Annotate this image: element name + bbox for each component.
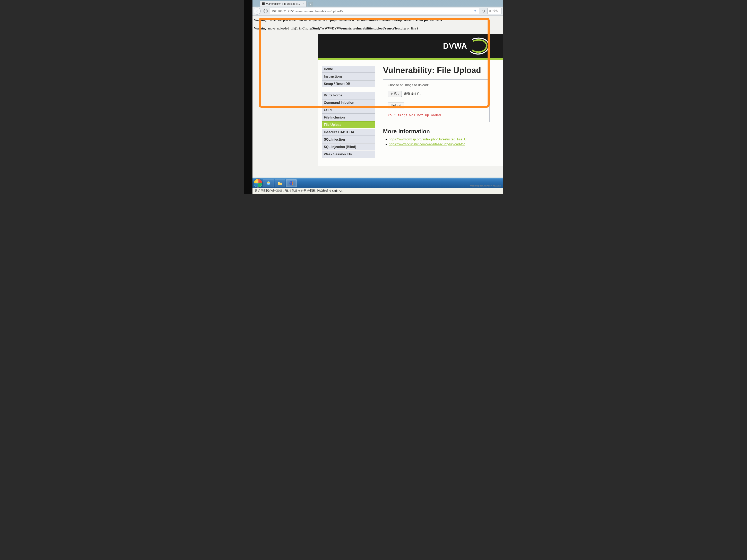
tab-strip: Vulnerability: File Upload :: ... × + [260,0,313,6]
more-info-heading: More Information [383,128,499,135]
sidebar: Home Instructions Setup / Reset DB Brute… [322,66,375,158]
url-text: 192.168.31.215/dvwa-master/vulnerabiliti… [272,9,343,13]
warning-label: Warning [254,27,266,30]
plus-icon: + [310,3,311,6]
globe-icon [263,9,268,13]
sidebar-item-command-injection[interactable]: Command Injection [322,99,375,106]
dvwa-logo-text: DVWA [443,42,467,51]
taskbar-item-firefox[interactable] [286,179,297,187]
sidebar-item-csrf[interactable]: CSRF [322,107,375,114]
taskbar [253,178,503,188]
start-button[interactable] [254,179,262,187]
sidebar-item-sql-injection[interactable]: SQL Injection [322,136,375,143]
svg-rect-3 [278,182,280,183]
close-icon[interactable]: × [302,2,305,5]
svg-point-2 [267,181,270,183]
search-placeholder: 搜索 [492,9,498,13]
more-info-list: https://www.owasp.org/index.php/Unrestri… [383,137,499,146]
upload-prompt: Choose an image to upload: [388,83,485,87]
warning-label: Warning [254,19,266,22]
folder-icon [277,181,283,186]
vm-hint-bar: 要返回到您的计算机，请将鼠标指针从虚拟机中移出或按 Ctrl+Alt。 [253,188,503,194]
main-content: Vulnerability: File Upload Choose an ima… [383,66,503,158]
sidebar-item-file-inclusion[interactable]: File Inclusion [322,114,375,121]
page-title: Vulnerability: File Upload [383,66,499,75]
svg-point-0 [489,10,491,11]
sidebar-item-home[interactable]: Home [322,66,375,73]
sidebar-item-weak-session-ids[interactable]: Weak Session IDs [322,151,375,158]
sidebar-item-insecure-captcha[interactable]: Insecure CAPTCHA [322,129,375,136]
info-link[interactable]: https://www.owasp.org/index.php/Unrestri… [389,137,467,141]
tab-favicon [262,2,264,5]
browser-tab-active[interactable]: Vulnerability: File Upload :: ... × [260,1,307,6]
search-icon [489,9,492,12]
sidebar-item-setup[interactable]: Setup / Reset DB [322,80,375,87]
url-bar[interactable]: 192.168.31.215/dvwa-master/vulnerabiliti… [270,8,479,14]
taskbar-item-explorer[interactable] [275,179,285,187]
info-link[interactable]: https://www.acunetix.com/websitesecurity… [389,142,465,146]
file-status-text: 未选择文件。 [404,92,423,96]
chevron-down-icon[interactable]: ▼ [473,9,477,12]
reload-icon [482,9,485,13]
search-box[interactable]: 搜索 [487,8,502,14]
list-item: https://www.owasp.org/index.php/Unrestri… [389,137,499,141]
browse-button[interactable]: 浏览... [388,91,402,97]
dvwa-swoosh-icon [468,37,491,55]
vm-hint-text: 要返回到您的计算机，请将鼠标指针从虚拟机中移出或按 Ctrl+Alt。 [255,189,345,193]
watermark-text: https://blog.csdn.net/weixin_41905135 [470,185,501,187]
list-item: https://www.acunetix.com/websitesecurity… [389,142,499,146]
dvwa-app: DVWA Home Instructions Setup / Reset DB … [318,34,503,166]
monitor-bezel [244,0,253,194]
page-viewport: Warning: : failed to open stream: Invali… [253,16,503,178]
dvwa-header: DVWA [318,34,503,58]
php-warning-line: Warning: : failed to open stream: Invali… [254,18,503,23]
taskbar-item-ie[interactable] [263,179,274,187]
tab-title: Vulnerability: File Upload :: ... [266,2,301,5]
sidebar-item-bruteforce[interactable]: Brute Force [322,92,375,99]
nav-bar: 192.168.31.215/dvwa-master/vulnerabiliti… [253,6,503,16]
reload-button[interactable] [481,8,486,14]
upload-error-message: Your image was not uploaded. [388,114,485,117]
back-button[interactable] [254,7,261,15]
firefox-icon [289,181,294,186]
upload-button[interactable]: Upload [388,103,405,109]
new-tab-button[interactable]: + [308,2,313,6]
dvwa-logo: DVWA [443,37,491,55]
arrow-left-icon [256,9,259,13]
sidebar-item-instructions[interactable]: Instructions [322,73,375,80]
php-warning-block: Warning: : failed to open stream: Invali… [253,16,503,31]
dvwa-accent-bar [318,58,503,60]
ie-icon [266,181,271,186]
sidebar-item-sql-injection-blind[interactable]: SQL Injection (Blind) [322,143,375,151]
upload-form: Choose an image to upload: 浏览... 未选择文件。 … [383,79,490,122]
php-warning-line: Warning: move_uploaded_file(): in C:\php… [254,26,503,31]
sidebar-item-file-upload[interactable]: File Upload [322,122,375,128]
